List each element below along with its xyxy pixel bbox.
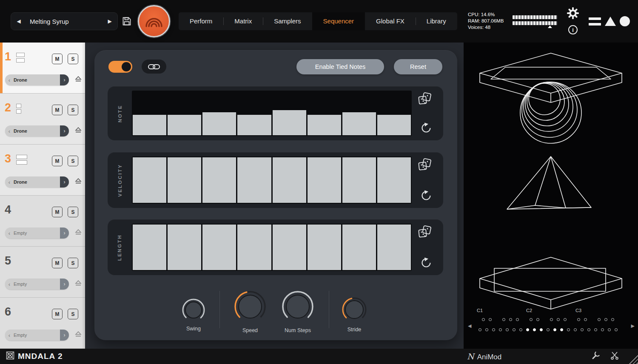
eject-icon[interactable] xyxy=(75,127,82,133)
note-step-screen[interactable] xyxy=(132,91,412,136)
stride-knob[interactable]: Stride xyxy=(336,296,372,333)
mute-button[interactable]: M xyxy=(52,207,63,217)
step-bar[interactable] xyxy=(133,225,166,270)
sequencer-on-toggle[interactable] xyxy=(108,61,132,73)
speed-knob[interactable]: Speed xyxy=(231,289,269,333)
key-dot[interactable] xyxy=(564,318,567,321)
mute-button[interactable]: M xyxy=(52,309,63,319)
step-bar[interactable] xyxy=(202,157,236,203)
key-dot[interactable] xyxy=(478,328,481,331)
save-icon[interactable] xyxy=(122,16,132,26)
tab-library[interactable]: Library xyxy=(416,12,457,30)
step-bar[interactable] xyxy=(308,115,341,135)
eject-icon[interactable] xyxy=(75,76,82,82)
mute-button[interactable]: M xyxy=(52,105,63,115)
key-dot[interactable] xyxy=(550,318,553,321)
swing-knob[interactable]: Swing xyxy=(177,297,211,332)
chevron-left-icon[interactable]: ‹ xyxy=(5,332,14,338)
sample-dropdown[interactable]: ‹Drone› xyxy=(5,176,69,188)
length-step-screen[interactable] xyxy=(132,224,412,271)
solo-button[interactable]: S xyxy=(68,105,78,115)
key-dot[interactable] xyxy=(560,328,563,331)
chevron-right-icon[interactable]: › xyxy=(60,176,69,188)
chevron-left-icon[interactable]: ‹ xyxy=(5,230,14,236)
eject-icon[interactable] xyxy=(75,178,82,184)
key-dot[interactable] xyxy=(604,318,607,321)
key-dot[interactable] xyxy=(509,318,512,321)
step-bar[interactable] xyxy=(168,225,201,270)
sample-dropdown[interactable]: ‹Empty› xyxy=(5,228,69,239)
key-dot[interactable] xyxy=(540,328,543,331)
chevron-right-icon[interactable]: › xyxy=(60,74,69,85)
key-dot[interactable] xyxy=(594,328,597,331)
num-steps-knob[interactable]: Num Steps xyxy=(279,289,317,333)
key-dot[interactable] xyxy=(553,328,556,331)
step-bar[interactable] xyxy=(377,157,411,203)
velocity-step-screen[interactable] xyxy=(132,156,412,204)
key-dot[interactable] xyxy=(611,318,614,321)
preset-next-button[interactable]: ▶ xyxy=(102,13,117,30)
key-dot[interactable] xyxy=(485,328,488,331)
sampler-slot-1[interactable]: 1 MS ‹Drone› xyxy=(0,43,85,94)
key-dot[interactable] xyxy=(547,328,550,331)
key-dot[interactable] xyxy=(608,328,611,331)
reset-button[interactable]: Reset xyxy=(394,59,442,74)
mntra-logo-button[interactable] xyxy=(138,5,170,37)
row-reset-icon[interactable] xyxy=(421,190,432,203)
step-bar[interactable] xyxy=(273,225,306,270)
key-dot[interactable] xyxy=(587,328,590,331)
step-bar[interactable] xyxy=(168,115,201,135)
sampler-slot-5[interactable]: 5 MS ‹Empty› xyxy=(0,247,85,298)
solo-button[interactable]: S xyxy=(68,207,78,217)
key-dot[interactable] xyxy=(482,318,485,321)
info-icon[interactable]: i xyxy=(568,25,578,34)
chevron-right-icon[interactable]: › xyxy=(60,125,69,136)
step-bar[interactable] xyxy=(308,157,341,203)
step-bar[interactable] xyxy=(342,112,376,135)
chevron-right-icon[interactable]: › xyxy=(60,279,69,290)
tab-samplers[interactable]: Samplers xyxy=(263,12,312,30)
tab-perform[interactable]: Perform xyxy=(179,12,223,30)
key-dot[interactable] xyxy=(502,318,505,321)
key-dot[interactable] xyxy=(601,328,604,331)
cut-tool-icon[interactable] xyxy=(610,351,619,362)
sample-dropdown[interactable]: ‹Empty› xyxy=(5,330,69,341)
tab-sequencer[interactable]: Sequencer xyxy=(312,12,365,30)
key-dot[interactable] xyxy=(533,328,536,331)
resize-handle[interactable] xyxy=(629,355,638,364)
key-dot[interactable] xyxy=(513,328,516,331)
solo-button[interactable]: S xyxy=(68,54,78,64)
sampler-slot-6[interactable]: 6 MS ‹Empty› xyxy=(0,298,85,349)
sample-dropdown[interactable]: ‹Drone› xyxy=(5,125,69,136)
key-dot[interactable] xyxy=(615,328,618,331)
key-dot[interactable] xyxy=(536,318,539,321)
randomize-dice-icon[interactable] xyxy=(418,92,433,108)
preset-prev-button[interactable]: ◀ xyxy=(11,13,26,30)
key-dot[interactable] xyxy=(574,328,577,331)
sample-dropdown[interactable]: ‹Drone› xyxy=(5,74,69,85)
sampler-slot-4[interactable]: 4 MS ‹Empty› xyxy=(0,196,85,247)
tab-matrix[interactable]: Matrix xyxy=(223,12,263,30)
key-dot[interactable] xyxy=(499,328,502,331)
key-dot[interactable] xyxy=(581,328,584,331)
key-dot[interactable] xyxy=(584,318,587,321)
link-button[interactable] xyxy=(142,60,166,74)
key-dot[interactable] xyxy=(492,328,495,331)
solo-button[interactable]: S xyxy=(68,156,78,166)
row-reset-icon[interactable] xyxy=(421,257,432,270)
solo-button[interactable]: S xyxy=(68,309,78,319)
key-dot[interactable] xyxy=(577,318,580,321)
step-bar[interactable] xyxy=(237,225,271,270)
solo-button[interactable]: S xyxy=(68,258,78,268)
sample-dropdown[interactable]: ‹Empty› xyxy=(5,279,69,290)
step-bar[interactable] xyxy=(342,225,376,270)
eject-icon[interactable] xyxy=(75,331,82,337)
settings-gear-icon[interactable] xyxy=(567,7,579,20)
key-dot[interactable] xyxy=(598,318,601,321)
step-bar[interactable] xyxy=(133,115,166,135)
key-dot[interactable] xyxy=(526,328,529,331)
step-bar[interactable] xyxy=(273,157,306,203)
chevron-left-icon[interactable]: ‹ xyxy=(5,128,14,134)
mute-button[interactable]: M xyxy=(52,258,63,268)
step-bar[interactable] xyxy=(377,225,411,270)
